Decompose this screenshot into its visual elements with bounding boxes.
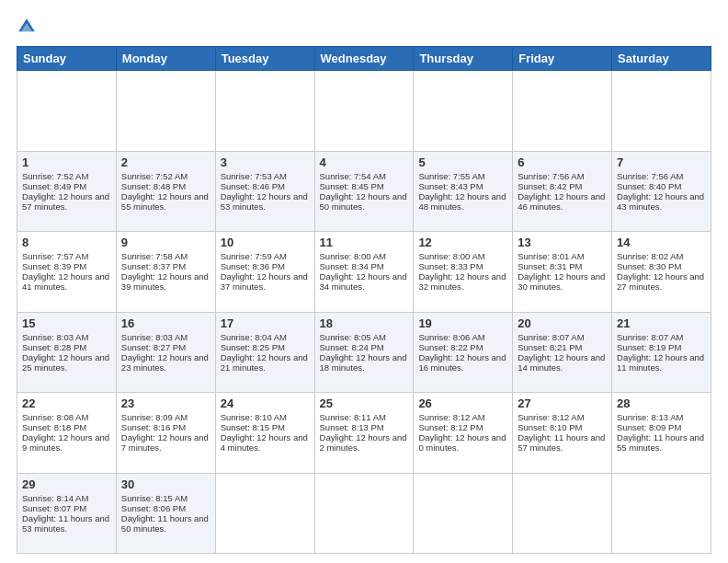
- sunset-text: Sunset: 8:09 PM: [617, 422, 681, 432]
- day-header-saturday: Saturday: [612, 47, 711, 71]
- sunset-text: Sunset: 8:48 PM: [121, 181, 186, 191]
- sunrise-text: Sunrise: 7:52 AM: [22, 171, 88, 181]
- daylight-text: Daylight: 12 hours and 25 minutes.: [22, 352, 109, 373]
- sunset-text: Sunset: 8:46 PM: [221, 181, 285, 191]
- sunrise-text: Sunrise: 8:14 AM: [22, 493, 88, 503]
- day-number: 30: [121, 477, 210, 491]
- day-number: 12: [418, 236, 507, 249]
- day-number: 4: [320, 155, 409, 169]
- day-number: 19: [418, 316, 507, 330]
- calendar-cell: 20Sunrise: 8:07 AMSunset: 8:21 PMDayligh…: [513, 312, 612, 393]
- sunrise-text: Sunrise: 7:54 AM: [320, 171, 386, 181]
- calendar-cell: 30Sunrise: 8:15 AMSunset: 8:06 PMDayligh…: [116, 473, 215, 554]
- calendar-cell: [314, 71, 414, 152]
- day-header-thursday: Thursday: [414, 47, 513, 71]
- page: SundayMondayTuesdayWednesdayThursdayFrid…: [0, 0, 728, 563]
- sunset-text: Sunset: 8:27 PM: [121, 342, 186, 352]
- sunrise-text: Sunrise: 8:00 AM: [320, 251, 386, 261]
- calendar-cell: 14Sunrise: 8:02 AMSunset: 8:30 PMDayligh…: [612, 232, 711, 313]
- calendar-cell: 18Sunrise: 8:05 AMSunset: 8:24 PMDayligh…: [314, 312, 414, 393]
- calendar-cell: 8Sunrise: 7:57 AMSunset: 8:39 PMDaylight…: [17, 232, 117, 313]
- calendar-body: 1Sunrise: 7:52 AMSunset: 8:49 PMDaylight…: [17, 71, 711, 554]
- sunset-text: Sunset: 8:33 PM: [418, 261, 483, 271]
- week-row-5: 29Sunrise: 8:14 AMSunset: 8:07 PMDayligh…: [17, 473, 711, 554]
- sunrise-text: Sunrise: 8:12 AM: [418, 412, 484, 422]
- daylight-text: Daylight: 11 hours and 50 minutes.: [121, 513, 209, 534]
- calendar-cell: [513, 473, 612, 554]
- calendar-cell: 7Sunrise: 7:56 AMSunset: 8:40 PMDaylight…: [612, 151, 711, 232]
- sunset-text: Sunset: 8:25 PM: [221, 342, 285, 352]
- sunset-text: Sunset: 8:43 PM: [418, 181, 483, 191]
- day-number: 25: [320, 396, 409, 410]
- calendar-cell: [17, 71, 117, 152]
- calendar-cell: 21Sunrise: 8:07 AMSunset: 8:19 PMDayligh…: [612, 312, 711, 393]
- day-number: 29: [22, 477, 111, 491]
- sunrise-text: Sunrise: 8:12 AM: [518, 412, 584, 422]
- sunrise-text: Sunrise: 8:15 AM: [121, 493, 188, 503]
- daylight-text: Daylight: 12 hours and 46 minutes.: [518, 191, 605, 212]
- day-number: 10: [221, 236, 310, 249]
- daylight-text: Daylight: 12 hours and 4 minutes.: [221, 432, 308, 453]
- day-number: 22: [22, 396, 111, 410]
- day-number: 2: [121, 155, 210, 169]
- daylight-text: Daylight: 11 hours and 57 minutes.: [518, 432, 605, 453]
- calendar-cell: 10Sunrise: 7:59 AMSunset: 8:36 PMDayligh…: [215, 232, 314, 313]
- calendar-cell: [215, 71, 314, 152]
- calendar-cell: 17Sunrise: 8:04 AMSunset: 8:25 PMDayligh…: [215, 312, 314, 393]
- daylight-text: Daylight: 12 hours and 57 minutes.: [22, 191, 109, 212]
- sunrise-text: Sunrise: 8:09 AM: [121, 412, 188, 422]
- sunrise-text: Sunrise: 8:02 AM: [617, 251, 683, 261]
- sunset-text: Sunset: 8:10 PM: [518, 422, 582, 432]
- daylight-text: Daylight: 12 hours and 39 minutes.: [121, 271, 209, 292]
- sunrise-text: Sunrise: 8:06 AM: [418, 332, 484, 342]
- day-number: 21: [617, 316, 706, 330]
- day-header-friday: Friday: [513, 47, 612, 71]
- sunset-text: Sunset: 8:49 PM: [22, 181, 86, 191]
- day-number: 16: [121, 316, 210, 330]
- daylight-text: Daylight: 12 hours and 32 minutes.: [418, 271, 506, 292]
- calendar-cell: 4Sunrise: 7:54 AMSunset: 8:45 PMDaylight…: [314, 151, 414, 232]
- day-number: 1: [22, 155, 111, 169]
- day-number: 18: [320, 316, 409, 330]
- daylight-text: Daylight: 12 hours and 41 minutes.: [22, 271, 109, 292]
- calendar-cell: 27Sunrise: 8:12 AMSunset: 8:10 PMDayligh…: [513, 393, 612, 474]
- logo-icon: [17, 17, 37, 37]
- sunrise-text: Sunrise: 8:10 AM: [221, 412, 287, 422]
- daylight-text: Daylight: 12 hours and 27 minutes.: [617, 271, 704, 292]
- sunrise-text: Sunrise: 8:00 AM: [418, 251, 484, 261]
- calendar-cell: 3Sunrise: 7:53 AMSunset: 8:46 PMDaylight…: [215, 151, 314, 232]
- daylight-text: Daylight: 12 hours and 18 minutes.: [320, 352, 407, 373]
- sunrise-text: Sunrise: 8:08 AM: [22, 412, 88, 422]
- sunrise-text: Sunrise: 7:58 AM: [121, 251, 188, 261]
- sunset-text: Sunset: 8:37 PM: [121, 261, 186, 271]
- sunset-text: Sunset: 8:13 PM: [320, 422, 384, 432]
- calendar-cell: 23Sunrise: 8:09 AMSunset: 8:16 PMDayligh…: [116, 393, 215, 474]
- week-row-3: 15Sunrise: 8:03 AMSunset: 8:28 PMDayligh…: [17, 312, 711, 393]
- week-row-0: [17, 71, 711, 152]
- daylight-text: Daylight: 12 hours and 9 minutes.: [22, 432, 109, 453]
- sunset-text: Sunset: 8:15 PM: [221, 422, 285, 432]
- calendar-cell: 9Sunrise: 7:58 AMSunset: 8:37 PMDaylight…: [116, 232, 215, 313]
- calendar-cell: 15Sunrise: 8:03 AMSunset: 8:28 PMDayligh…: [17, 312, 117, 393]
- daylight-text: Daylight: 12 hours and 21 minutes.: [221, 352, 308, 373]
- sunrise-text: Sunrise: 7:55 AM: [418, 171, 484, 181]
- day-number: 14: [617, 236, 706, 249]
- calendar-cell: 16Sunrise: 8:03 AMSunset: 8:27 PMDayligh…: [116, 312, 215, 393]
- calendar-cell: 2Sunrise: 7:52 AMSunset: 8:48 PMDaylight…: [116, 151, 215, 232]
- sunset-text: Sunset: 8:40 PM: [617, 181, 681, 191]
- sunset-text: Sunset: 8:42 PM: [518, 181, 582, 191]
- day-number: 6: [518, 155, 607, 169]
- logo: [17, 17, 40, 37]
- day-header-monday: Monday: [116, 47, 215, 71]
- header: [17, 17, 711, 37]
- sunset-text: Sunset: 8:16 PM: [121, 422, 186, 432]
- daylight-text: Daylight: 12 hours and 11 minutes.: [617, 352, 704, 373]
- calendar-cell: 13Sunrise: 8:01 AMSunset: 8:31 PMDayligh…: [513, 232, 612, 313]
- sunrise-text: Sunrise: 7:52 AM: [121, 171, 188, 181]
- daylight-text: Daylight: 11 hours and 55 minutes.: [617, 432, 704, 453]
- sunrise-text: Sunrise: 8:03 AM: [121, 332, 188, 342]
- day-number: 20: [518, 316, 607, 330]
- calendar-cell: 24Sunrise: 8:10 AMSunset: 8:15 PMDayligh…: [215, 393, 314, 474]
- daylight-text: Daylight: 12 hours and 7 minutes.: [121, 432, 209, 453]
- daylight-text: Daylight: 12 hours and 16 minutes.: [418, 352, 506, 373]
